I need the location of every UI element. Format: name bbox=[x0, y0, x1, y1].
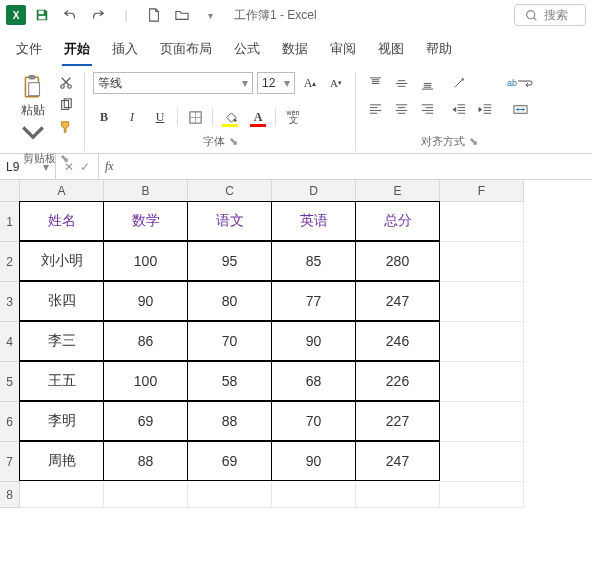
select-all-corner[interactable] bbox=[0, 180, 20, 202]
cell[interactable]: 69 bbox=[103, 401, 188, 441]
cell[interactable]: 77 bbox=[271, 281, 356, 321]
row-header[interactable]: 8 bbox=[0, 482, 20, 508]
cell[interactable]: 100 bbox=[103, 361, 188, 401]
cell[interactable] bbox=[440, 402, 524, 442]
font-size-select[interactable]: 12▾ bbox=[257, 72, 295, 94]
cell[interactable]: 280 bbox=[355, 241, 440, 281]
cell[interactable] bbox=[356, 482, 440, 508]
cell[interactable]: 李明 bbox=[19, 401, 104, 441]
row-header[interactable]: 5 bbox=[0, 362, 20, 402]
col-header[interactable]: D bbox=[272, 180, 356, 202]
dialog-launcher-icon[interactable]: ⬊ bbox=[229, 135, 238, 147]
merge-center-button[interactable] bbox=[506, 98, 534, 120]
paste-button[interactable]: 粘贴 bbox=[16, 72, 50, 149]
cell[interactable]: 张四 bbox=[19, 281, 104, 321]
cell[interactable]: 刘小明 bbox=[19, 241, 104, 281]
cell[interactable]: 247 bbox=[355, 281, 440, 321]
cell[interactable]: 姓名 bbox=[19, 201, 104, 241]
tab-review[interactable]: 审阅 bbox=[328, 36, 358, 66]
cell[interactable] bbox=[440, 202, 524, 242]
cell[interactable]: 90 bbox=[103, 281, 188, 321]
cell[interactable]: 70 bbox=[271, 401, 356, 441]
cell[interactable] bbox=[440, 362, 524, 402]
cell[interactable]: 英语 bbox=[271, 201, 356, 241]
spreadsheet-grid[interactable]: A B C D E F 1 姓名 数学 语文 英语 总分 2 刘小明 100 9… bbox=[0, 180, 592, 508]
cell[interactable] bbox=[188, 482, 272, 508]
col-header[interactable]: C bbox=[188, 180, 272, 202]
cell[interactable] bbox=[272, 482, 356, 508]
borders-button[interactable] bbox=[184, 106, 206, 128]
orientation-button[interactable] bbox=[448, 72, 470, 94]
cell[interactable]: 95 bbox=[187, 241, 272, 281]
dialog-launcher-icon[interactable]: ⬊ bbox=[469, 135, 478, 147]
align-center-button[interactable] bbox=[390, 98, 412, 120]
align-right-button[interactable] bbox=[416, 98, 438, 120]
font-color-button[interactable]: A bbox=[247, 106, 269, 128]
search-input[interactable]: 搜索 bbox=[514, 4, 586, 26]
qat-customize-icon[interactable]: ▾ bbox=[198, 3, 222, 27]
tab-home[interactable]: 开始 bbox=[62, 36, 92, 66]
cell[interactable]: 69 bbox=[187, 441, 272, 481]
accept-formula-icon[interactable]: ✓ bbox=[80, 160, 90, 174]
tab-formulas[interactable]: 公式 bbox=[232, 36, 262, 66]
align-left-button[interactable] bbox=[364, 98, 386, 120]
fill-color-button[interactable] bbox=[219, 106, 241, 128]
decrease-indent-button[interactable] bbox=[448, 98, 470, 120]
row-header[interactable]: 1 bbox=[0, 202, 20, 242]
row-header[interactable]: 6 bbox=[0, 402, 20, 442]
align-bottom-button[interactable] bbox=[416, 72, 438, 94]
format-painter-button[interactable] bbox=[56, 118, 76, 136]
underline-button[interactable]: U bbox=[149, 106, 171, 128]
cell[interactable]: 88 bbox=[103, 441, 188, 481]
redo-icon[interactable] bbox=[86, 3, 110, 27]
cell[interactable]: 226 bbox=[355, 361, 440, 401]
row-header[interactable]: 2 bbox=[0, 242, 20, 282]
tab-file[interactable]: 文件 bbox=[14, 36, 44, 66]
cell[interactable]: 70 bbox=[187, 321, 272, 361]
cell[interactable]: 语文 bbox=[187, 201, 272, 241]
cell[interactable] bbox=[440, 482, 524, 508]
bold-button[interactable]: B bbox=[93, 106, 115, 128]
phonetic-button[interactable]: wén文 bbox=[282, 106, 304, 128]
tab-data[interactable]: 数据 bbox=[280, 36, 310, 66]
row-header[interactable]: 4 bbox=[0, 322, 20, 362]
cell[interactable]: 李三 bbox=[19, 321, 104, 361]
cell[interactable] bbox=[20, 482, 104, 508]
cell[interactable]: 68 bbox=[271, 361, 356, 401]
open-folder-icon[interactable] bbox=[170, 3, 194, 27]
cut-button[interactable] bbox=[56, 74, 76, 92]
name-box[interactable]: L9▾ bbox=[0, 154, 56, 179]
cell[interactable]: 80 bbox=[187, 281, 272, 321]
cell[interactable]: 247 bbox=[355, 441, 440, 481]
cell[interactable]: 246 bbox=[355, 321, 440, 361]
col-header[interactable]: F bbox=[440, 180, 524, 202]
col-header[interactable]: E bbox=[356, 180, 440, 202]
row-header[interactable]: 3 bbox=[0, 282, 20, 322]
tab-view[interactable]: 视图 bbox=[376, 36, 406, 66]
tab-page-layout[interactable]: 页面布局 bbox=[158, 36, 214, 66]
formula-input[interactable] bbox=[120, 154, 592, 179]
cancel-formula-icon[interactable]: ✕ bbox=[64, 160, 74, 174]
col-header[interactable]: B bbox=[104, 180, 188, 202]
align-middle-button[interactable] bbox=[390, 72, 412, 94]
cell[interactable]: 周艳 bbox=[19, 441, 104, 481]
cell[interactable]: 90 bbox=[271, 321, 356, 361]
increase-font-button[interactable]: A▴ bbox=[299, 72, 321, 94]
align-top-button[interactable] bbox=[364, 72, 386, 94]
cell[interactable]: 90 bbox=[271, 441, 356, 481]
cell[interactable]: 227 bbox=[355, 401, 440, 441]
row-header[interactable]: 7 bbox=[0, 442, 20, 482]
cell[interactable]: 100 bbox=[103, 241, 188, 281]
cell[interactable]: 数学 bbox=[103, 201, 188, 241]
cell[interactable] bbox=[440, 442, 524, 482]
italic-button[interactable]: I bbox=[121, 106, 143, 128]
cell[interactable]: 王五 bbox=[19, 361, 104, 401]
col-header[interactable]: A bbox=[20, 180, 104, 202]
cell[interactable]: 86 bbox=[103, 321, 188, 361]
cell[interactable]: 58 bbox=[187, 361, 272, 401]
copy-button[interactable] bbox=[56, 96, 76, 114]
font-name-select[interactable]: 等线▾ bbox=[93, 72, 253, 94]
decrease-font-button[interactable]: A▾ bbox=[325, 72, 347, 94]
cell[interactable] bbox=[440, 282, 524, 322]
tab-insert[interactable]: 插入 bbox=[110, 36, 140, 66]
